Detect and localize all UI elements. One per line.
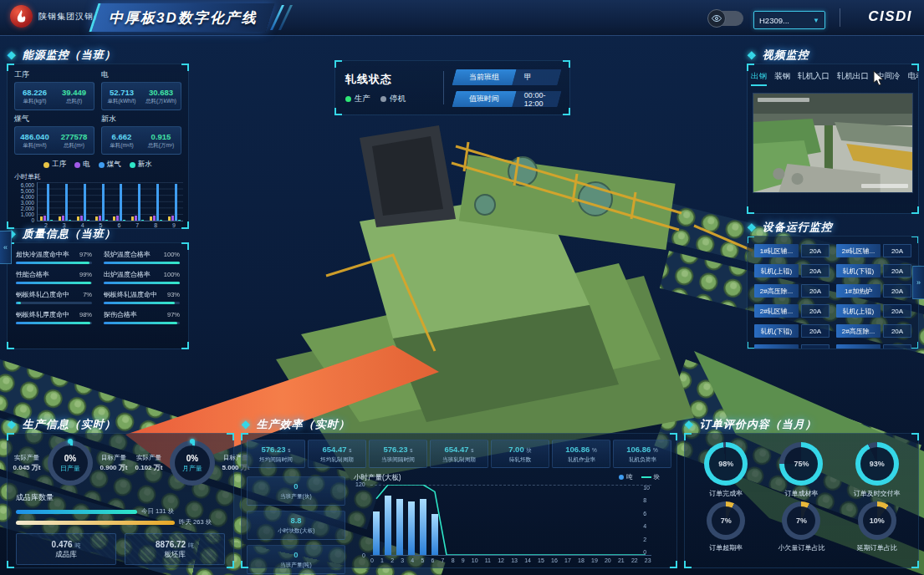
efficiency-side-stat: 0当班产量(吨) [247, 545, 345, 574]
stat-label: 坯均轧制周期 [320, 455, 354, 463]
energy-metric: 6.662单耗(m³/t) [102, 132, 141, 149]
bar [175, 184, 177, 221]
corner-bracket [181, 342, 189, 349]
efficiency-panel: ❖ 生产效率（实时） 576.23 s坯均间隔时间654.47 s坯均轧制周期5… [241, 416, 677, 568]
bar [408, 501, 415, 555]
efficiency-side-stat: 8.8小时块数(大板) [247, 511, 345, 540]
visibility-toggle[interactable] [708, 11, 743, 26]
gauge-ring: 0%日产量 [48, 440, 93, 486]
bar [141, 220, 144, 221]
stat-value: 7.00 块 [508, 445, 532, 455]
panel-icon: ❖ [241, 419, 252, 431]
equipment-item: 2#轧区辅...20A [836, 244, 911, 257]
axis-tick: 2,000 [13, 206, 34, 211]
stat-value: 106.86 % [626, 445, 657, 455]
energy-metric: 68.226单耗(kg/t) [15, 88, 54, 104]
video-panel: ❖ 视频监控 出钢装钢轧机入口轧机出口中间冷电动热 [747, 47, 919, 214]
efficiency-panel-title: 生产效率（实时） [257, 417, 350, 432]
energy-chart-yaxis: 6,0005,0004,0003,0002,0001,0000 [13, 182, 37, 221]
store-boxes: 0.476 吨成品库8876.72 吨板坯库 [8, 527, 233, 572]
equipment-value: 20A [883, 304, 911, 318]
collapse-right-tab[interactable]: » [912, 266, 924, 299]
progress-fill [104, 322, 177, 324]
bar [102, 184, 105, 221]
progress-track [104, 302, 180, 304]
video-tab-5[interactable]: 电动热 [908, 71, 919, 86]
bar [120, 184, 122, 221]
gauge-knob [190, 439, 195, 444]
video-tab-1[interactable]: 装钢 [774, 71, 790, 86]
equipment-item: 1#轧区辅...20A [754, 244, 830, 257]
axis-tick: 4,000 [13, 194, 34, 200]
legend-dot [130, 162, 135, 168]
production-gauges: 实际产量0.045 万t0%日产量目标产量0.900 万t实际产量0.102 万… [8, 434, 233, 487]
quality-label: 超快冷温度命中率 [16, 250, 69, 259]
orders-panel-box: 98%订单完成率75%订单成材率93%订单及时交付率7%订单超期率7%小欠量订单… [684, 433, 919, 568]
energy-unit: 总耗(t) [54, 98, 94, 104]
order-ring: 75%订单成材率 [763, 442, 839, 498]
video-tab-2[interactable]: 轧机入口 [798, 71, 830, 86]
bar [138, 184, 140, 221]
legend-label: 吨 [626, 473, 633, 481]
collapse-left-tab[interactable]: « [0, 231, 12, 264]
camera-feed[interactable] [753, 93, 913, 193]
stat-label: 当班产量(块) [280, 492, 312, 500]
video-tabs: 出钢装钢轧机入口轧机出口中间冷电动热 [748, 64, 918, 91]
brand-divider [840, 8, 840, 27]
axis-tick: 5,000 [13, 188, 34, 194]
axis-tick: 16 [551, 557, 558, 563]
bar [43, 216, 46, 221]
order-ring-label: 小欠量订单占比 [778, 543, 824, 552]
axis-tick: 1,000 [13, 211, 34, 217]
corner-bracket [181, 64, 189, 71]
energy-unit: 总耗(万kWh) [141, 98, 181, 104]
axis-tick: 22 [631, 557, 638, 563]
equipment-item: 2#高压除...20A [836, 324, 911, 338]
panel-icon: ❖ [7, 419, 18, 431]
corner-bracket [747, 342, 754, 349]
bar [84, 184, 86, 221]
device-select-dropdown[interactable]: H2309... ▼ [753, 11, 825, 29]
video-tab-0[interactable]: 出钢 [751, 71, 767, 86]
axis-tick: 1 [380, 557, 384, 563]
actual-value: 0.045 万t [9, 463, 44, 473]
quality-value: 97% [79, 251, 92, 258]
equipment-value: 20A [801, 304, 830, 318]
order-ring: 93%订单及时交付率 [840, 442, 915, 498]
camera-osd-timestamp [758, 98, 809, 102]
order-ring-label: 订单超期率 [709, 543, 743, 552]
progress-fill [104, 282, 180, 284]
corner-bracket [563, 108, 570, 115]
efficiency-stat: 654.47 s当班轧制周期 [430, 440, 488, 468]
equipment-panel: ❖ 设备运行监控 1#轧区辅...20A2#轧区辅...20A轧机(上辊)20A… [747, 219, 919, 349]
equipment-label: 轧机(上辊) [754, 264, 799, 277]
equipment-label: 轧机(下辊) [836, 264, 881, 277]
progress-fill [16, 322, 90, 324]
order-ring-value: 7% [721, 516, 732, 525]
chevron-down-icon: ▼ [813, 17, 819, 24]
equipment-label: 2#高压除... [836, 324, 881, 338]
order-ring: 98%订单完成率 [688, 442, 763, 498]
corner-bracket [181, 242, 189, 250]
stat-value: 8.8 [290, 516, 301, 527]
video-tab-3[interactable]: 轧机出口 [837, 71, 869, 86]
bar [105, 220, 108, 221]
actual-label: 实际产量 [9, 453, 44, 462]
energy-value: 68.226 [15, 88, 54, 98]
hour-chart-plot: 120 0 1086420 [370, 485, 651, 556]
quality-label: 出炉温度合格率 [104, 270, 151, 279]
stat-value: 0 [294, 481, 298, 492]
device-select-value: H2309... [759, 16, 789, 25]
bar [69, 220, 71, 221]
equipment-value: 20A [883, 284, 911, 298]
quality-value: 93% [167, 291, 180, 298]
progress-fill [104, 262, 180, 264]
orders-panel: ❖ 订单评价内容（当月） 98%订单完成率75%订单成材率93%订单及时交付率7… [684, 416, 919, 568]
equipment-value: 20A [801, 264, 830, 277]
energy-metric: 277578总耗(m³) [54, 132, 94, 149]
order-ring-value: 75% [794, 460, 809, 468]
bar [99, 216, 101, 221]
stat-value: 654.47 s [445, 445, 474, 455]
order-ring-donut: 7% [707, 501, 745, 540]
progress-track [16, 282, 92, 284]
